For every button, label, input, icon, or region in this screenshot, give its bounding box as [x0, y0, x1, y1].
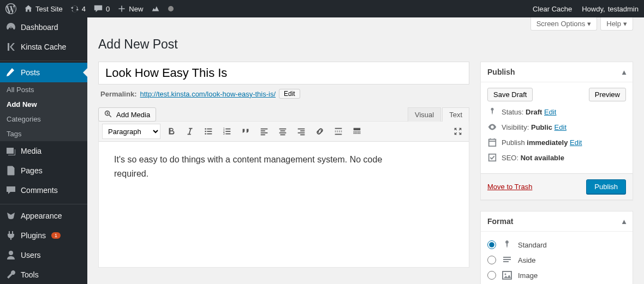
toolbar-toggle-button[interactable] — [349, 124, 365, 139]
howdy-user[interactable]: Howdy, testadmin — [582, 5, 639, 13]
format-box-header[interactable]: Format▴ — [481, 212, 633, 232]
permalink-row: Permalink: http://test.kinsta.com/look-h… — [100, 89, 467, 99]
svg-rect-18 — [281, 130, 285, 131]
svg-rect-25 — [335, 128, 342, 129]
calendar-icon — [487, 137, 497, 147]
comments-count: 0 — [106, 5, 110, 13]
sidebar-item-media[interactable]: Media — [0, 141, 87, 161]
svg-rect-13 — [261, 129, 268, 130]
sidebar-sub-add-new[interactable]: Add New — [0, 97, 87, 112]
sidebar-item-posts[interactable]: Posts — [0, 63, 87, 82]
permalink-url[interactable]: http://test.kinsta.com/look-how-easy-thi… — [140, 90, 276, 98]
editor-tab-visual[interactable]: Visual — [408, 107, 441, 122]
align-center-button[interactable] — [275, 124, 290, 139]
svg-rect-41 — [503, 259, 511, 260]
format-aside[interactable]: Aside — [487, 252, 626, 268]
svg-rect-35 — [355, 133, 356, 134]
svg-rect-40 — [503, 257, 511, 258]
svg-rect-14 — [261, 130, 265, 131]
svg-rect-24 — [300, 134, 305, 135]
publish-button[interactable]: Publish — [586, 179, 626, 194]
svg-rect-42 — [503, 261, 509, 262]
editor-tab-text[interactable]: Text — [442, 107, 469, 122]
admin-sidebar: Dashboard Kinsta Cache Posts All Posts A… — [0, 17, 87, 284]
save-draft-button[interactable]: Save Draft — [487, 88, 533, 101]
caret-up-icon: ▴ — [622, 217, 626, 226]
sidebar-item-dashboard[interactable]: Dashboard — [0, 17, 87, 37]
add-media-button[interactable]: Add Media — [98, 107, 156, 122]
svg-rect-28 — [354, 128, 361, 131]
site-home-link[interactable]: Test Site — [24, 4, 63, 13]
svg-rect-8 — [225, 129, 230, 130]
pin-icon — [487, 107, 497, 117]
svg-rect-10 — [225, 131, 230, 132]
link-button[interactable] — [312, 124, 327, 139]
align-left-button[interactable] — [257, 124, 272, 139]
svg-rect-26 — [335, 131, 342, 132]
svg-rect-30 — [355, 131, 356, 132]
italic-button[interactable] — [182, 124, 198, 139]
sidebar-item-kinsta[interactable]: Kinsta Cache — [0, 37, 87, 57]
svg-rect-19 — [279, 132, 287, 134]
publish-box-header[interactable]: Publish▴ — [481, 62, 633, 82]
svg-rect-38 — [360, 133, 361, 134]
sidebar-posts-submenu: All Posts Add New Categories Tags — [0, 82, 87, 141]
edit-status-link[interactable]: Edit — [544, 108, 556, 116]
sidebar-sub-all-posts[interactable]: All Posts — [0, 82, 87, 97]
numbered-list-button[interactable]: 123 — [219, 124, 235, 139]
updates-link[interactable]: 4 — [70, 4, 86, 13]
edit-schedule-link[interactable]: Edit — [570, 138, 582, 147]
page-title: Add New Post — [98, 37, 633, 52]
permalink-edit-button[interactable]: Edit — [279, 89, 300, 99]
svg-point-1 — [205, 128, 206, 130]
sidebar-item-tools[interactable]: Tools — [0, 265, 87, 284]
bold-button[interactable] — [164, 124, 179, 139]
editor-toolbar: Paragraph 123 — [99, 122, 469, 142]
svg-rect-4 — [207, 131, 212, 132]
sidebar-item-appearance[interactable]: Appearance — [0, 206, 87, 226]
align-right-button[interactable] — [294, 124, 309, 139]
sidebar-item-users[interactable]: Users — [0, 245, 87, 265]
bullet-list-button[interactable] — [201, 124, 216, 139]
wp-logo[interactable] — [5, 3, 16, 14]
eye-icon — [487, 122, 497, 132]
editor: Paragraph 123 — [98, 121, 469, 268]
format-standard[interactable]: Standard — [487, 237, 626, 252]
svg-rect-12 — [225, 134, 230, 135]
status-dot-icon — [168, 6, 174, 11]
svg-rect-36 — [356, 133, 357, 134]
editor-body[interactable]: It's so easy to do things with a content… — [99, 142, 404, 267]
seo-icon[interactable] — [151, 4, 160, 14]
format-image[interactable]: Image — [487, 268, 626, 283]
format-select[interactable]: Paragraph — [102, 124, 160, 139]
main-content: Screen Options ▾ Help ▾ Add New Post Per… — [87, 17, 644, 284]
svg-rect-21 — [298, 129, 305, 130]
clear-cache-link[interactable]: Clear Cache — [533, 5, 572, 13]
new-menu[interactable]: New — [117, 4, 143, 13]
screen-options-tab[interactable]: Screen Options ▾ — [530, 17, 598, 31]
help-tab[interactable]: Help ▾ — [600, 17, 633, 31]
image-icon — [502, 270, 512, 281]
sidebar-sub-tags[interactable]: Tags — [0, 126, 87, 141]
svg-rect-27 — [335, 134, 342, 135]
svg-rect-23 — [298, 132, 305, 134]
sidebar-item-pages[interactable]: Pages — [0, 161, 87, 180]
readmore-button[interactable] — [331, 124, 346, 139]
format-box: Format▴ Standard Aside Image Video — [480, 211, 633, 284]
svg-rect-22 — [300, 130, 305, 131]
svg-rect-39 — [489, 154, 496, 161]
blockquote-button[interactable] — [238, 124, 253, 139]
edit-visibility-link[interactable]: Edit — [554, 123, 567, 131]
comments-link[interactable]: 0 — [93, 4, 110, 14]
caret-down-icon: ▾ — [623, 20, 627, 28]
sidebar-item-comments[interactable]: Comments — [0, 180, 87, 200]
move-to-trash-link[interactable]: Move to Trash — [487, 183, 532, 191]
svg-point-3 — [205, 131, 206, 132]
fullscreen-button[interactable] — [450, 124, 466, 139]
sidebar-sub-categories[interactable]: Categories — [0, 112, 87, 126]
post-title-input[interactable] — [98, 62, 469, 84]
updates-count: 4 — [82, 5, 86, 13]
preview-button[interactable]: Preview — [589, 88, 626, 101]
sidebar-item-plugins[interactable]: Plugins1 — [0, 226, 87, 245]
admin-bar: Test Site 4 0 New Clear Cache Howdy, tes… — [0, 0, 644, 17]
